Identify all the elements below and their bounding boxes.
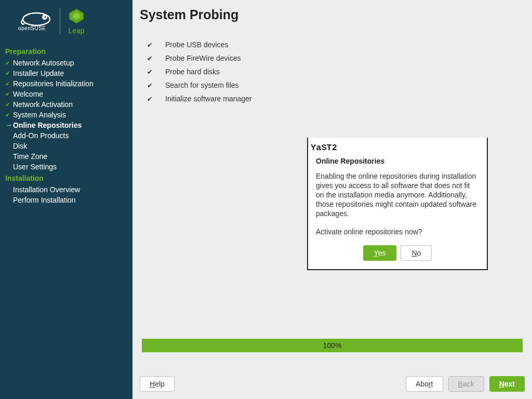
nav-item-label: Perform Installation <box>13 195 76 205</box>
dialog-buttons: Yes No <box>316 245 479 261</box>
probe-item: ✔Probe hard disks <box>140 65 525 78</box>
nav-item: ✔Welcome <box>0 89 132 99</box>
probe-label: Search for system files <box>165 81 239 89</box>
dialog-text: Enabling the online repositories during … <box>316 171 479 228</box>
nav-item: ✔System Analysis <box>0 110 132 120</box>
sidebar: openSUSE Leap Preparation✔Network Autose… <box>0 0 132 399</box>
opensuse-logo: openSUSE <box>18 12 52 31</box>
nav-item-label: Welcome <box>13 89 43 99</box>
page-title: System Probing <box>132 0 532 28</box>
nav-item: →Online Repositories <box>0 120 132 130</box>
nav-item: Time Zone <box>0 151 132 162</box>
check-icon: ✔ <box>5 89 11 99</box>
nav-item-label: Network Autosetup <box>13 58 74 68</box>
nav-item-label: Network Activation <box>13 100 73 109</box>
check-icon: ✔ <box>5 69 11 78</box>
check-icon: ✔ <box>5 79 11 88</box>
nav-item-label: User Settings <box>13 162 57 171</box>
dialog-heading: Online Repositories <box>316 157 479 171</box>
dialog-title: YaST2 <box>308 138 487 157</box>
help-button[interactable]: Help <box>140 376 175 392</box>
check-icon: ✔ <box>147 82 153 89</box>
logo-area: openSUSE Leap <box>0 0 132 40</box>
dialog-question: Activate online repositories now? <box>316 228 479 245</box>
no-button[interactable]: No <box>401 245 432 261</box>
bottom-bar: Help Abort Back Next <box>140 376 525 392</box>
check-icon: ✔ <box>5 100 11 109</box>
svg-point-2 <box>45 16 46 18</box>
nav-item: ✔Installer Update <box>0 68 132 78</box>
probe-label: Probe USB devices <box>165 41 228 49</box>
nav-item: Add-On Products <box>0 130 132 141</box>
check-icon: ✔ <box>147 95 153 103</box>
bottom-left: Help <box>140 376 175 392</box>
opensuse-chameleon-icon: openSUSE <box>18 12 52 31</box>
nav-item-label: Installation Overview <box>13 185 80 194</box>
nav-item-label: Installer Update <box>13 69 64 78</box>
svg-text:openSUSE: openSUSE <box>18 25 46 31</box>
dialog-body: Online Repositories Enabling the online … <box>308 157 487 269</box>
leap-icon <box>68 8 85 24</box>
leap-logo: Leap <box>68 8 85 35</box>
progress-area: 100% <box>142 339 523 352</box>
check-icon: ✔ <box>5 110 11 119</box>
main-content: System Probing ✔Probe USB devices✔Probe … <box>132 0 532 399</box>
logo-divider <box>60 8 60 34</box>
nav-item: ✔Network Autosetup <box>0 58 132 68</box>
leap-name: Leap <box>68 26 84 35</box>
nav-item: Installation Overview <box>0 184 132 195</box>
nav-item-label: Time Zone <box>13 152 47 161</box>
nav-item-label: Repositories Initialization <box>13 79 94 88</box>
probe-item: ✔Probe USB devices <box>140 38 525 51</box>
probe-list: ✔Probe USB devices✔Probe FireWire device… <box>132 28 532 105</box>
nav-item: ✔Repositories Initialization <box>0 78 132 89</box>
nav-item: Perform Installation <box>0 195 132 205</box>
arrow-icon: → <box>5 121 11 130</box>
back-button[interactable]: Back <box>448 376 484 392</box>
probe-item: ✔Search for system files <box>140 78 525 92</box>
check-icon: ✔ <box>5 58 11 68</box>
nav-item: User Settings <box>0 162 132 172</box>
check-icon: ✔ <box>147 68 153 76</box>
progress-bar: 100% <box>142 339 523 352</box>
progress-percent: 100% <box>323 341 342 350</box>
nav-item: Disk <box>0 141 132 151</box>
nav-item: ✔Network Activation <box>0 99 132 110</box>
probe-label: Probe FireWire devices <box>165 54 241 62</box>
navigation: Preparation✔Network Autosetup✔Installer … <box>0 40 132 210</box>
probe-label: Initialize software manager <box>165 95 252 103</box>
bottom-right: Abort Back Next <box>406 376 525 392</box>
probe-item: ✔Probe FireWire devices <box>140 51 525 65</box>
next-button[interactable]: Next <box>489 376 525 392</box>
nav-item-label: Add-On Products <box>13 131 69 140</box>
check-icon: ✔ <box>147 41 153 49</box>
abort-button[interactable]: Abort <box>406 376 443 392</box>
probe-label: Probe hard disks <box>165 68 220 76</box>
yes-button[interactable]: Yes <box>363 245 397 261</box>
nav-section-title: Installation <box>0 172 132 184</box>
yast-dialog: YaST2 Online Repositories Enabling the o… <box>307 138 488 270</box>
nav-item-label: Disk <box>13 141 27 151</box>
check-icon: ✔ <box>147 55 153 62</box>
nav-item-label: System Analysis <box>13 110 66 119</box>
probe-item: ✔Initialize software manager <box>140 92 525 105</box>
nav-item-label: Online Repositories <box>13 121 82 130</box>
nav-section-title: Preparation <box>0 45 132 58</box>
